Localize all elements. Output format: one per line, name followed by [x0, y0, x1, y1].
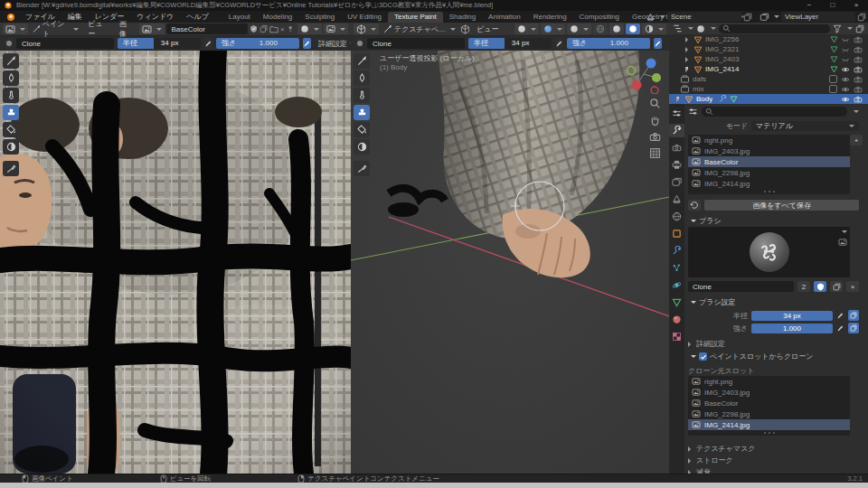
brush-image-icon[interactable]: [838, 239, 847, 246]
render-camera-icon[interactable]: [854, 76, 863, 83]
orthographic-grid-icon[interactable]: [649, 147, 661, 159]
uv-texture-canvas[interactable]: [0, 51, 351, 474]
advanced-settings-dropdown[interactable]: 詳細設定: [315, 38, 351, 49]
outliner-options-icon[interactable]: [855, 24, 864, 33]
camera-view-icon[interactable]: [649, 132, 661, 142]
strength-slider[interactable]: 強さ1.000: [567, 38, 650, 49]
tab-sculpting[interactable]: Sculpting: [298, 12, 341, 23]
paint-mode-select[interactable]: ペイント: [30, 23, 81, 34]
tab-modeling[interactable]: Modeling: [257, 12, 298, 23]
tool-draw-icon[interactable]: [354, 53, 370, 69]
clone-slot-row[interactable]: IMG_2403.jpg: [688, 387, 850, 398]
tool-fill-icon[interactable]: [3, 122, 19, 137]
display-mode-icon[interactable]: [696, 24, 705, 33]
shading-material-icon[interactable]: [626, 23, 640, 34]
outliner-row-img2321[interactable]: IMG_2321: [669, 44, 868, 54]
clone-slot-row[interactable]: BaseColor: [688, 398, 850, 408]
render-camera-icon[interactable]: [854, 66, 863, 73]
save-icon-button[interactable]: [688, 200, 701, 211]
radius-slider[interactable]: 半径34 px: [468, 38, 552, 49]
paint-slot-row[interactable]: IMG_2298.jpg: [688, 167, 850, 178]
clone-slot-row-selected[interactable]: IMG_2414.jpg: [688, 419, 850, 430]
outliner-row-mix-collection[interactable]: mix: [669, 84, 868, 94]
new-scene-icon[interactable]: [743, 13, 752, 22]
tab-object-data[interactable]: [669, 296, 684, 309]
browse-image-button[interactable]: [139, 23, 165, 34]
open-image-folder-icon[interactable]: [269, 25, 278, 33]
render-camera-icon[interactable]: [854, 56, 863, 63]
view-menu[interactable]: ビュー: [83, 19, 112, 39]
maximize-button[interactable]: □: [821, 0, 844, 11]
strength-pressure-button[interactable]: [303, 38, 311, 49]
outliner-row-body-active[interactable]: Body: [669, 94, 868, 104]
editor-type-button[interactable]: [3, 23, 28, 34]
radius-pressure-button[interactable]: [204, 38, 212, 49]
expand-icon[interactable]: [676, 97, 679, 102]
strength-pressure-button[interactable]: [654, 38, 662, 49]
options-chevron-icon[interactable]: [854, 110, 859, 113]
hide-eye-icon[interactable]: [841, 66, 850, 73]
overlays-toggle-button[interactable]: [541, 23, 565, 34]
tab-material[interactable]: [669, 313, 684, 326]
tool-soften-icon[interactable]: [354, 70, 370, 86]
radius-pressure-icon[interactable]: [836, 312, 844, 320]
shading-wireframe-icon[interactable]: [593, 23, 608, 34]
pin-icon[interactable]: [287, 24, 294, 33]
radius-pressure-button[interactable]: [555, 38, 563, 49]
hide-eye-icon[interactable]: [841, 86, 850, 93]
outliner-search-input[interactable]: [719, 24, 830, 33]
expand-icon[interactable]: [685, 37, 688, 42]
fake-user-shield-icon[interactable]: [250, 24, 258, 33]
tab-modifiers[interactable]: [669, 244, 684, 258]
save-all-images-button[interactable]: 画像をすべて保存: [704, 200, 859, 211]
brush-preview-button[interactable]: [5, 38, 13, 49]
tool-mask-icon[interactable]: [354, 139, 370, 155]
tool-clone-icon[interactable]: [354, 105, 370, 120]
strength-pressure-icon[interactable]: [836, 324, 844, 333]
render-camera-icon[interactable]: [854, 86, 863, 93]
render-camera-icon[interactable]: [854, 96, 863, 103]
shading-rendered-icon[interactable]: [642, 23, 666, 34]
clone-from-paint-slot-checkbox[interactable]: [699, 352, 707, 361]
tab-render[interactable]: [669, 141, 684, 155]
tab-texture-paint[interactable]: Texture Paint: [388, 12, 443, 23]
tab-tool[interactable]: [669, 124, 684, 137]
display-channels-button[interactable]: [297, 23, 322, 34]
clone-from-paint-slot-header[interactable]: ペイントスロットからクローン: [688, 352, 859, 361]
filter-icon[interactable]: [833, 24, 842, 33]
brush-browse-chevron-icon[interactable]: [842, 230, 847, 233]
scene-icon[interactable]: [646, 13, 656, 22]
outliner-row-img2414[interactable]: IMG_2414: [669, 64, 868, 74]
duplicate-brush-button[interactable]: [830, 281, 843, 292]
brush-section-header[interactable]: ブラシ: [688, 216, 859, 226]
view-menu[interactable]: ビュー: [472, 24, 503, 34]
tool-mask-icon[interactable]: [3, 139, 19, 155]
tool-fill-icon[interactable]: [354, 122, 370, 137]
render-camera-icon[interactable]: [854, 46, 863, 53]
strength-slider[interactable]: 1.000: [751, 324, 833, 333]
mode-select[interactable]: マテリアル: [751, 121, 859, 131]
stroke-section-header[interactable]: ストローク: [688, 455, 859, 465]
interaction-mode-select[interactable]: テクスチャペ…: [381, 23, 458, 34]
list-resize-grip[interactable]: [688, 430, 850, 436]
hide-eye-closed-icon[interactable]: [841, 56, 850, 63]
tool-draw-icon[interactable]: [3, 53, 19, 69]
exclude-checkbox[interactable]: [829, 75, 837, 83]
tool-smear-icon[interactable]: [354, 88, 370, 103]
unlink-image-button[interactable]: ×: [280, 25, 285, 33]
editor-type-button[interactable]: [354, 23, 379, 34]
brush-preview-box[interactable]: [688, 227, 850, 277]
brush-users-count-button[interactable]: 2: [797, 281, 810, 292]
fake-user-shield-button[interactable]: [814, 281, 826, 292]
tab-shading[interactable]: Shading: [443, 12, 482, 23]
zoom-icon[interactable]: [649, 98, 661, 109]
strength-unit-toggle[interactable]: [848, 323, 859, 333]
expand-icon[interactable]: [685, 67, 688, 72]
radius-unit-toggle[interactable]: [848, 310, 859, 321]
radius-slider[interactable]: 半径34 px: [118, 38, 201, 49]
add-paint-slot-button[interactable]: +: [850, 135, 863, 145]
proportional-edit-button[interactable]: [514, 23, 539, 34]
active-brush-name[interactable]: Clone: [16, 38, 114, 49]
exclude-checkbox[interactable]: [829, 85, 837, 93]
tab-object[interactable]: [669, 227, 684, 240]
